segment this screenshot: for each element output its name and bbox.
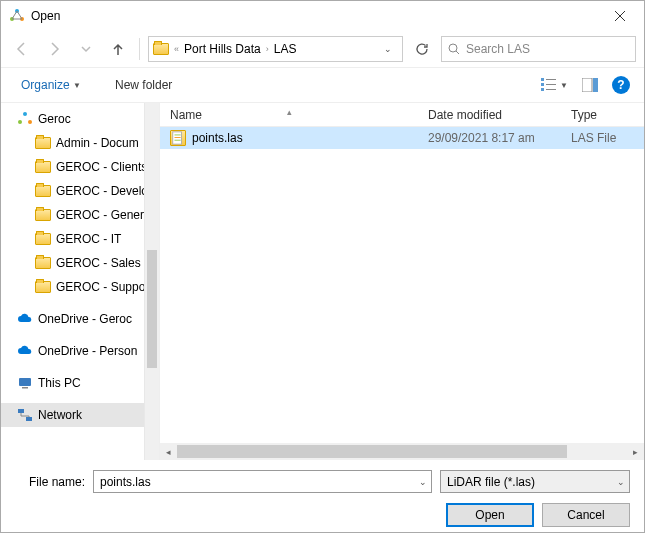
recent-dropdown[interactable] bbox=[73, 36, 99, 62]
tree-item-label: GEROC - Develo bbox=[56, 184, 144, 198]
tree-item[interactable]: GEROC - Clients bbox=[1, 155, 144, 179]
arrow-right-icon bbox=[46, 41, 62, 57]
close-icon bbox=[615, 11, 625, 21]
svg-rect-21 bbox=[19, 378, 31, 386]
svg-rect-10 bbox=[541, 78, 544, 81]
tree-item-label: GEROC - Sales bbox=[56, 256, 141, 270]
chevron-down-icon[interactable]: ⌄ bbox=[378, 44, 398, 54]
view-mode-button[interactable]: ▼ bbox=[535, 74, 574, 96]
chevron-down-icon: ▼ bbox=[73, 81, 81, 90]
chevron-down-icon: ▼ bbox=[560, 81, 568, 90]
file-row[interactable]: points.las29/09/2021 8:17 amLAS File bbox=[160, 127, 644, 149]
breadcrumb-part[interactable]: LAS bbox=[274, 42, 297, 56]
folder-icon bbox=[153, 43, 169, 55]
chevron-down-icon[interactable]: ⌄ bbox=[419, 477, 427, 487]
window-title: Open bbox=[31, 9, 597, 23]
svg-rect-22 bbox=[22, 387, 28, 389]
tree-item[interactable]: GEROC - Develo bbox=[1, 179, 144, 203]
filename-value: points.las bbox=[100, 475, 151, 489]
svg-point-18 bbox=[23, 112, 27, 116]
tree-item-label: GEROC - Suppor bbox=[56, 280, 144, 294]
chevron-down-icon[interactable]: ⌄ bbox=[617, 477, 625, 487]
main-area: GerocAdmin - DocumGEROC - ClientsGEROC -… bbox=[1, 103, 644, 460]
tree-item[interactable]: GEROC - Genera bbox=[1, 203, 144, 227]
filename-input[interactable]: points.las ⌄ bbox=[93, 470, 432, 493]
help-label: ? bbox=[617, 78, 624, 92]
breadcrumb-root-sep: « bbox=[174, 44, 179, 54]
svg-line-9 bbox=[456, 51, 459, 54]
nav-tree: GerocAdmin - DocumGEROC - ClientsGEROC -… bbox=[1, 103, 144, 460]
tree-item-label: OneDrive - Geroc bbox=[38, 312, 132, 326]
new-folder-button[interactable]: New folder bbox=[109, 74, 178, 96]
forward-button[interactable] bbox=[41, 36, 67, 62]
svg-rect-23 bbox=[18, 409, 24, 413]
tree-item-label: Admin - Docum bbox=[56, 136, 139, 150]
filetype-select[interactable]: LiDAR file (*.las) ⌄ bbox=[440, 470, 630, 493]
tree-item-label: GEROC - Clients bbox=[56, 160, 144, 174]
scrollbar-thumb[interactable] bbox=[177, 445, 567, 458]
tree-item[interactable]: GEROC - Sales bbox=[1, 251, 144, 275]
column-name[interactable]: Name▴ bbox=[160, 108, 418, 122]
file-icon bbox=[170, 130, 186, 146]
column-date[interactable]: Date modified bbox=[418, 108, 561, 122]
filename-label: File name: bbox=[15, 475, 85, 489]
chevron-down-icon bbox=[81, 44, 91, 54]
svg-rect-17 bbox=[593, 78, 598, 92]
scrollbar-track[interactable] bbox=[177, 443, 627, 460]
column-header: Name▴ Date modified Type bbox=[160, 103, 644, 127]
tree-item[interactable]: Admin - Docum bbox=[1, 131, 144, 155]
search-icon bbox=[448, 43, 460, 55]
sort-asc-icon: ▴ bbox=[287, 107, 292, 117]
cancel-button[interactable]: Cancel bbox=[542, 503, 630, 527]
app-icon bbox=[9, 8, 25, 24]
help-button[interactable]: ? bbox=[612, 76, 630, 94]
svg-rect-13 bbox=[546, 84, 556, 85]
breadcrumb[interactable]: « Port Hills Data › LAS ⌄ bbox=[148, 36, 403, 62]
svg-point-20 bbox=[28, 120, 32, 124]
svg-rect-27 bbox=[175, 137, 181, 138]
file-name: points.las bbox=[192, 131, 243, 145]
organize-label: Organize bbox=[21, 78, 70, 92]
svg-line-3 bbox=[12, 11, 17, 19]
scroll-left-icon[interactable]: ◂ bbox=[160, 443, 177, 460]
svg-rect-15 bbox=[546, 89, 556, 90]
tree-item[interactable]: GEROC - IT bbox=[1, 227, 144, 251]
up-button[interactable] bbox=[105, 36, 131, 62]
organize-menu[interactable]: Organize ▼ bbox=[15, 74, 87, 96]
tree-item[interactable]: Network bbox=[1, 403, 144, 427]
svg-rect-28 bbox=[175, 140, 181, 141]
open-button[interactable]: Open bbox=[446, 503, 534, 527]
file-list-panel: Name▴ Date modified Type points.las29/09… bbox=[159, 103, 644, 460]
tree-item[interactable]: OneDrive - Person bbox=[1, 339, 144, 363]
column-type[interactable]: Type bbox=[561, 108, 644, 122]
search-input[interactable]: Search LAS bbox=[441, 36, 636, 62]
horizontal-scrollbar[interactable]: ◂ ▸ bbox=[160, 443, 644, 460]
tree-item[interactable]: Geroc bbox=[1, 107, 144, 131]
tree-item-label: GEROC - IT bbox=[56, 232, 121, 246]
scroll-right-icon[interactable]: ▸ bbox=[627, 443, 644, 460]
refresh-icon bbox=[415, 42, 429, 56]
tree-item-label: Network bbox=[38, 408, 82, 422]
svg-rect-24 bbox=[26, 417, 32, 421]
tree-item[interactable]: GEROC - Suppor bbox=[1, 275, 144, 299]
search-placeholder: Search LAS bbox=[466, 42, 530, 56]
tree-item[interactable]: OneDrive - Geroc bbox=[1, 307, 144, 331]
back-button[interactable] bbox=[9, 36, 35, 62]
svg-point-19 bbox=[18, 120, 22, 124]
svg-rect-14 bbox=[541, 88, 544, 91]
filetype-value: LiDAR file (*.las) bbox=[447, 475, 535, 489]
file-type: LAS File bbox=[561, 131, 644, 145]
breadcrumb-part[interactable]: Port Hills Data bbox=[184, 42, 261, 56]
preview-pane-button[interactable] bbox=[576, 74, 604, 96]
tree-item-label: GEROC - Genera bbox=[56, 208, 144, 222]
title-bar: Open bbox=[1, 1, 644, 31]
svg-rect-12 bbox=[541, 83, 544, 86]
nav-bar: « Port Hills Data › LAS ⌄ Search LAS bbox=[1, 31, 644, 67]
scrollbar-thumb[interactable] bbox=[147, 250, 157, 368]
sidebar-scrollbar[interactable] bbox=[144, 103, 159, 460]
close-button[interactable] bbox=[597, 1, 642, 31]
tree-item[interactable]: This PC bbox=[1, 371, 144, 395]
refresh-button[interactable] bbox=[409, 36, 435, 62]
tree-item-label: OneDrive - Person bbox=[38, 344, 137, 358]
file-list[interactable]: points.las29/09/2021 8:17 amLAS File bbox=[160, 127, 644, 443]
